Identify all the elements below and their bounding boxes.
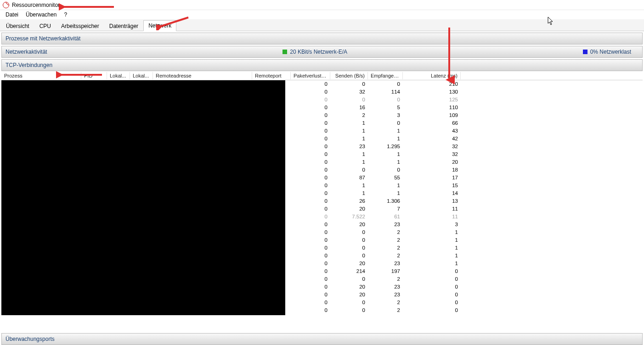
section-activity-header[interactable]: Netzwerkaktivität 20 KBit/s Netzwerk-E/A… xyxy=(1,46,643,58)
cell-loss: 0 xyxy=(291,88,330,96)
cell-lat: 1 xyxy=(403,244,461,252)
cell-lat: 130 xyxy=(403,88,461,96)
cell-send: 0 xyxy=(330,228,368,236)
table-row[interactable]: 07.5226111 xyxy=(291,213,462,221)
cell-send: 87 xyxy=(330,174,368,182)
col-header-remote-port[interactable]: Remoteport xyxy=(252,72,291,79)
col-header-packet-loss[interactable]: Paketverlust (%) xyxy=(291,72,330,79)
menu-file[interactable]: Datei xyxy=(2,11,22,19)
table-row[interactable]: 020233 xyxy=(291,221,462,228)
cell-lat: 17 xyxy=(403,174,461,182)
cell-lat: 0 xyxy=(403,283,461,291)
tcp-column-headers: Prozess PID Lokal... Lokal... Remoteadre… xyxy=(1,71,643,80)
menu-monitor[interactable]: Überwachen xyxy=(22,11,60,19)
cell-send: 1 xyxy=(330,135,368,143)
section-processes-header[interactable]: Prozesse mit Netzwerkaktivität xyxy=(1,33,643,45)
col-header-latency[interactable]: Latenz (ms) xyxy=(403,72,461,79)
table-row[interactable]: 0021 xyxy=(291,228,462,236)
table-row[interactable]: 0021 xyxy=(291,236,462,244)
cell-lat: 0 xyxy=(403,299,461,306)
cell-lat: 18 xyxy=(403,166,461,174)
menu-help[interactable]: ? xyxy=(60,11,71,19)
col-header-local-port[interactable]: Lokal... xyxy=(130,72,153,79)
cell-lat: 32 xyxy=(403,143,461,150)
table-row[interactable]: 02141970 xyxy=(291,267,462,275)
cell-loss: 0 xyxy=(291,291,330,299)
table-row[interactable]: 01066 xyxy=(291,119,462,127)
table-row[interactable]: 000125 xyxy=(291,96,462,104)
table-row[interactable]: 020231 xyxy=(291,260,462,267)
table-row[interactable]: 0165110 xyxy=(291,104,462,111)
table-row[interactable]: 0020 xyxy=(291,275,462,283)
cell-lat: 43 xyxy=(403,127,461,135)
table-row[interactable]: 01143 xyxy=(291,127,462,135)
cell-send: 26 xyxy=(330,197,368,205)
cell-recv: 7 xyxy=(368,205,403,213)
cell-loss: 0 xyxy=(291,119,330,127)
col-header-process[interactable]: Prozess xyxy=(1,72,81,79)
cell-lat: 0 xyxy=(403,275,461,283)
table-row[interactable]: 0020 xyxy=(291,299,462,306)
cell-lat: 0 xyxy=(403,291,461,299)
col-header-pid[interactable]: PID xyxy=(81,72,107,79)
cell-lat: 110 xyxy=(403,104,461,111)
table-row[interactable]: 00018 xyxy=(291,166,462,174)
app-icon xyxy=(3,2,9,8)
table-row[interactable]: 0020 xyxy=(291,306,462,314)
cell-loss: 0 xyxy=(291,80,330,88)
table-row[interactable]: 01142 xyxy=(291,135,462,143)
cell-send: 1 xyxy=(330,150,368,158)
table-row[interactable]: 01132 xyxy=(291,150,462,158)
tab-overview[interactable]: Übersicht xyxy=(1,21,34,31)
col-header-local-address[interactable]: Lokal... xyxy=(107,72,130,79)
cell-lat: 125 xyxy=(403,96,461,104)
cell-loss: 0 xyxy=(291,205,330,213)
cell-send: 2 xyxy=(330,111,368,119)
cell-send: 214 xyxy=(330,267,368,275)
table-row[interactable]: 023109 xyxy=(291,111,462,119)
tab-disk[interactable]: Datenträger xyxy=(104,21,143,31)
col-header-remote-address[interactable]: Remoteadresse xyxy=(153,72,252,79)
table-row[interactable]: 01120 xyxy=(291,158,462,166)
table-row[interactable]: 01114 xyxy=(291,189,462,197)
cell-lat: 0 xyxy=(403,267,461,275)
table-row[interactable]: 0021 xyxy=(291,244,462,252)
table-row[interactable]: 0021 xyxy=(291,252,462,260)
section-tcp-header[interactable]: TCP-Verbindungen xyxy=(1,59,643,71)
cell-loss: 0 xyxy=(291,306,330,314)
cell-loss: 0 xyxy=(291,111,330,119)
cell-recv: 55 xyxy=(368,174,403,182)
cell-lat: 11 xyxy=(403,205,461,213)
cell-send: 1 xyxy=(330,119,368,127)
cell-loss: 0 xyxy=(291,267,330,275)
cell-send: 0 xyxy=(330,96,368,104)
table-row[interactable]: 0261.30613 xyxy=(291,197,462,205)
col-header-send[interactable]: Senden (B/s) xyxy=(330,72,368,79)
table-row[interactable]: 0875517 xyxy=(291,174,462,182)
table-row[interactable]: 0231.29532 xyxy=(291,143,462,150)
table-row[interactable]: 020230 xyxy=(291,291,462,299)
tcp-table-body: 0002100321141300001250165110023109010660… xyxy=(1,80,643,315)
cell-loss: 0 xyxy=(291,260,330,267)
table-row[interactable]: 020230 xyxy=(291,283,462,291)
table-row[interactable]: 000210 xyxy=(291,80,462,88)
cell-recv: 1 xyxy=(368,135,403,143)
tab-network[interactable]: Netzwerk xyxy=(143,20,176,31)
tab-cpu[interactable]: CPU xyxy=(34,21,56,31)
cell-recv: 23 xyxy=(368,291,403,299)
section-ports-title: Überwachungsports xyxy=(6,336,55,342)
cell-send: 1 xyxy=(330,158,368,166)
cell-loss: 0 xyxy=(291,150,330,158)
tabstrip: Übersicht CPU Arbeitsspeicher Datenträge… xyxy=(0,19,644,31)
table-row[interactable]: 020711 xyxy=(291,205,462,213)
table-row[interactable]: 01115 xyxy=(291,182,462,189)
cell-send: 0 xyxy=(330,306,368,314)
cell-loss: 0 xyxy=(291,221,330,228)
table-row[interactable]: 032114130 xyxy=(291,88,462,96)
redacted-block xyxy=(1,80,285,315)
col-header-receive[interactable]: Empfangen... xyxy=(368,72,403,79)
tab-memory[interactable]: Arbeitsspeicher xyxy=(56,21,104,31)
tcp-rows-container: 0002100321141300001250165110023109010660… xyxy=(291,80,462,315)
section-ports-header[interactable]: Überwachungsports xyxy=(1,333,643,345)
cell-send: 23 xyxy=(330,143,368,150)
